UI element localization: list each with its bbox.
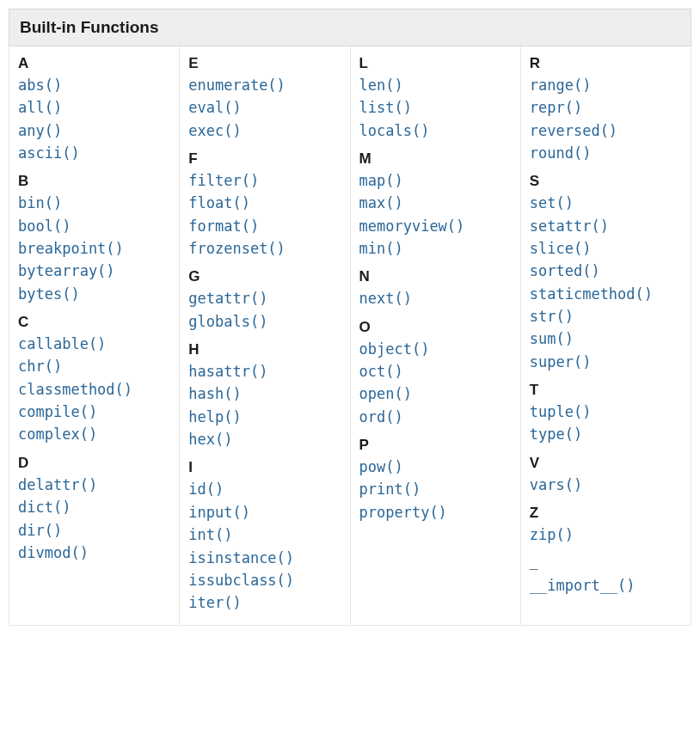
function-link[interactable]: format() (188, 215, 341, 237)
function-link[interactable]: round() (530, 142, 682, 164)
letter-heading: F (188, 150, 341, 168)
letter-heading: T (530, 382, 682, 399)
letter-heading: L (359, 55, 512, 72)
function-link[interactable]: set() (530, 192, 682, 214)
function-link[interactable]: int() (188, 523, 341, 546)
letter-heading: R (530, 55, 682, 72)
letter-heading: I (188, 459, 341, 476)
function-link[interactable]: super() (530, 351, 682, 373)
function-link[interactable]: tuple() (530, 401, 682, 423)
function-link[interactable]: vars() (530, 474, 682, 496)
function-link[interactable]: len() (359, 74, 512, 96)
letter-group: ___import__() (530, 555, 682, 597)
function-link[interactable]: next() (359, 287, 512, 309)
letter-group: Ccallable()chr()classmethod()compile()co… (18, 314, 170, 446)
function-link[interactable]: setattr() (530, 215, 682, 237)
function-link[interactable]: help() (188, 406, 341, 428)
function-link[interactable]: str() (530, 305, 682, 328)
function-link[interactable]: id() (188, 478, 341, 500)
function-link[interactable]: enumerate() (188, 74, 341, 96)
letter-heading: E (188, 55, 341, 72)
function-link[interactable]: complex() (18, 423, 170, 445)
function-link[interactable]: getattr() (188, 287, 341, 309)
function-link[interactable]: chr() (18, 355, 170, 377)
function-link[interactable]: type() (530, 423, 682, 445)
function-link[interactable]: memoryview() (359, 215, 512, 237)
function-link[interactable]: hex() (188, 428, 341, 450)
letter-heading: Z (530, 505, 682, 522)
function-link[interactable]: filter() (188, 169, 341, 192)
function-link[interactable]: dict() (18, 496, 170, 518)
function-link[interactable]: all() (18, 96, 170, 119)
function-link[interactable]: __import__() (530, 574, 682, 597)
function-link[interactable]: ascii() (18, 142, 170, 164)
letter-heading: H (188, 341, 341, 358)
function-link[interactable]: pow() (359, 456, 512, 478)
function-link[interactable]: bytearray() (18, 260, 170, 282)
function-link[interactable]: sorted() (530, 260, 682, 282)
column-4: Rrange()repr()reversed()round()Sset()set… (520, 46, 691, 626)
letter-heading: M (359, 150, 512, 168)
function-link[interactable]: callable() (18, 333, 170, 355)
function-link[interactable]: locals() (359, 119, 512, 142)
function-link[interactable]: bytes() (18, 283, 170, 305)
function-link[interactable]: compile() (18, 401, 170, 423)
letter-group: Aabs()all()any()ascii() (18, 55, 170, 164)
letter-group: Ttuple()type() (530, 382, 682, 446)
function-link[interactable]: dir() (18, 519, 170, 542)
function-link[interactable]: abs() (18, 74, 170, 96)
letter-heading: D (18, 455, 170, 472)
function-link[interactable]: object() (359, 338, 512, 360)
letter-group: Ffilter()float()format()frozenset() (188, 150, 341, 260)
function-link[interactable]: max() (359, 192, 512, 214)
function-link[interactable]: frozenset() (188, 237, 341, 260)
function-link[interactable]: delattr() (18, 474, 170, 496)
letter-group: Eenumerate()eval()exec() (188, 55, 341, 142)
function-link[interactable]: list() (359, 96, 512, 119)
function-link[interactable]: sum() (530, 328, 682, 350)
function-link[interactable]: classmethod() (18, 378, 170, 401)
letter-group: Hhasattr()hash()help()hex() (188, 341, 341, 450)
function-link[interactable]: issubclass() (188, 569, 341, 591)
function-link[interactable]: range() (530, 74, 682, 96)
letter-group: Iid()input()int()isinstance()issubclass(… (188, 459, 341, 614)
function-link[interactable]: bool() (18, 215, 170, 237)
function-link[interactable]: isinstance() (188, 547, 341, 569)
function-link[interactable]: open() (359, 383, 512, 405)
table-title: Built-in Functions (9, 9, 691, 46)
function-link[interactable]: print() (359, 478, 512, 500)
function-link[interactable]: min() (359, 237, 512, 260)
function-link[interactable]: slice() (530, 237, 682, 260)
function-link[interactable]: float() (188, 192, 341, 214)
function-link[interactable]: input() (188, 501, 341, 523)
letter-group: Mmap()max()memoryview()min() (359, 150, 512, 260)
function-link[interactable]: divmod() (18, 542, 170, 564)
function-link[interactable]: ord() (359, 406, 512, 428)
function-link[interactable]: hash() (188, 383, 341, 405)
function-link[interactable]: reversed() (530, 119, 682, 142)
letter-group: Ppow()print()property() (359, 437, 512, 523)
function-link[interactable]: breakpoint() (18, 237, 170, 260)
function-link[interactable]: property() (359, 501, 512, 523)
function-link[interactable]: bin() (18, 192, 170, 214)
letter-group: Ddelattr()dict()dir()divmod() (18, 455, 170, 564)
function-link[interactable]: staticmethod() (530, 283, 682, 305)
function-link[interactable]: oct() (359, 360, 512, 383)
function-link[interactable]: repr() (530, 96, 682, 119)
table-row: Aabs()all()any()ascii()Bbin()bool()break… (9, 46, 691, 626)
letter-heading: _ (530, 555, 682, 572)
function-link[interactable]: zip() (530, 523, 682, 546)
column-3: Llen()list()locals()Mmap()max()memoryvie… (350, 46, 520, 626)
letter-heading: B (18, 173, 170, 190)
letter-group: Nnext() (359, 268, 512, 309)
letter-group: Llen()list()locals() (359, 55, 512, 142)
function-link[interactable]: iter() (188, 591, 341, 614)
letter-heading: P (359, 437, 512, 454)
letter-group: Sset()setattr()slice()sorted()staticmeth… (530, 173, 682, 373)
function-link[interactable]: globals() (188, 310, 341, 333)
function-link[interactable]: any() (18, 119, 170, 142)
function-link[interactable]: exec() (188, 119, 341, 142)
function-link[interactable]: map() (359, 169, 512, 192)
function-link[interactable]: eval() (188, 96, 341, 119)
function-link[interactable]: hasattr() (188, 360, 341, 383)
